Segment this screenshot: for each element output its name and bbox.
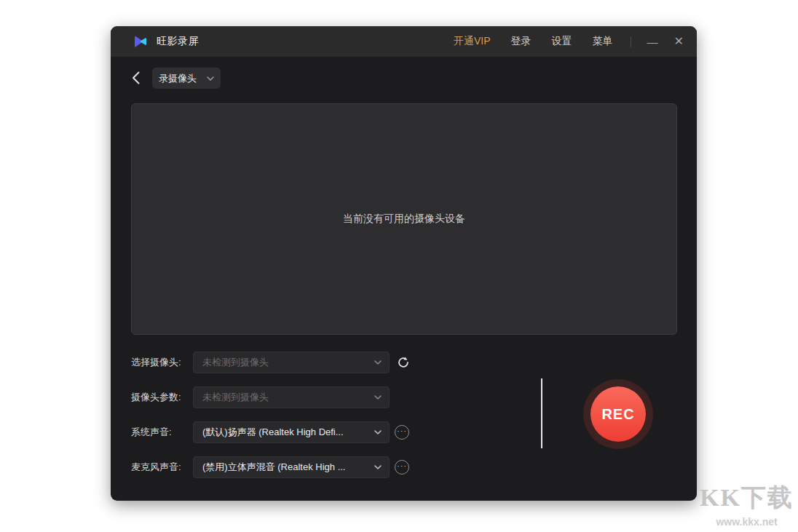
chevron-down-icon: [374, 395, 382, 400]
system-sound-value: (默认)扬声器 (Realtek High Defi...: [202, 426, 370, 439]
minimize-button[interactable]: —: [647, 36, 658, 47]
brand: 旺影录屏: [133, 33, 199, 49]
mic-sound-label: 麦克风声音:: [131, 456, 192, 478]
refresh-icon: [397, 356, 410, 369]
app-title: 旺影录屏: [157, 35, 199, 48]
menu-button[interactable]: 菜单: [593, 35, 613, 48]
mic-sound-dropdown[interactable]: (禁用)立体声混音 (Realtek High ...: [193, 456, 390, 478]
camera-select-dropdown[interactable]: 未检测到摄像头: [193, 352, 390, 373]
back-chevron-icon: [131, 71, 141, 85]
content: 录摄像头 当前没有可用的摄像头设备 选择摄像头: 未检测到摄像头: [111, 57, 697, 501]
system-sound-label: 系统声音:: [131, 421, 192, 443]
watermark-url: www.kkx.net: [700, 516, 794, 528]
watermark-title: KK下载: [700, 481, 794, 515]
system-sound-dropdown[interactable]: (默认)扬声器 (Realtek High Defi...: [193, 421, 390, 443]
app-window: 旺影录屏 开通VIP 登录 设置 菜单 — ✕ 录摄像头: [111, 26, 697, 501]
system-sound-more-button[interactable]: ···: [395, 425, 409, 440]
camera-preview-area: 当前没有可用的摄像头设备: [131, 103, 677, 335]
camera-params-dropdown[interactable]: 未检测到摄像头: [193, 386, 390, 408]
back-button[interactable]: [131, 68, 146, 87]
settings-button[interactable]: 设置: [552, 35, 572, 48]
chevron-down-icon: [374, 430, 382, 434]
record-mode-label: 录摄像头: [159, 72, 197, 85]
close-button[interactable]: ✕: [674, 36, 684, 47]
app-logo-icon: [133, 33, 149, 49]
record-mode-select[interactable]: 录摄像头: [152, 68, 221, 89]
mic-sound-more-button[interactable]: ···: [395, 460, 409, 475]
ellipsis-icon: ···: [397, 462, 407, 470]
watermark: KK下载 www.kkx.net: [700, 481, 794, 528]
record-button[interactable]: REC: [590, 386, 646, 442]
titlebar-menu: 开通VIP 登录 设置 菜单 — ✕: [433, 35, 684, 48]
ellipsis-icon: ···: [397, 427, 407, 435]
chevron-down-icon: [207, 76, 214, 81]
open-vip-button[interactable]: 开通VIP: [454, 35, 491, 48]
chevron-down-icon: [374, 360, 382, 365]
login-button[interactable]: 登录: [511, 35, 532, 48]
page: 旺影录屏 开通VIP 登录 设置 菜单 — ✕ 录摄像头: [0, 0, 798, 532]
refresh-camera-button[interactable]: [395, 354, 411, 370]
titlebar-divider: [631, 36, 631, 47]
no-camera-message: 当前没有可用的摄像头设备: [343, 213, 465, 226]
mic-sound-value: (禁用)立体声混音 (Realtek High ...: [202, 461, 370, 474]
camera-select-label: 选择摄像头:: [131, 352, 192, 373]
chevron-down-icon: [374, 465, 382, 469]
mic-level-meter: [541, 378, 542, 448]
titlebar: 旺影录屏 开通VIP 登录 设置 菜单 — ✕: [111, 26, 697, 57]
camera-params-label: 摄像头参数:: [131, 386, 192, 408]
camera-select-value: 未检测到摄像头: [202, 356, 370, 369]
camera-params-value: 未检测到摄像头: [202, 391, 370, 404]
record-button-label: REC: [601, 406, 634, 423]
